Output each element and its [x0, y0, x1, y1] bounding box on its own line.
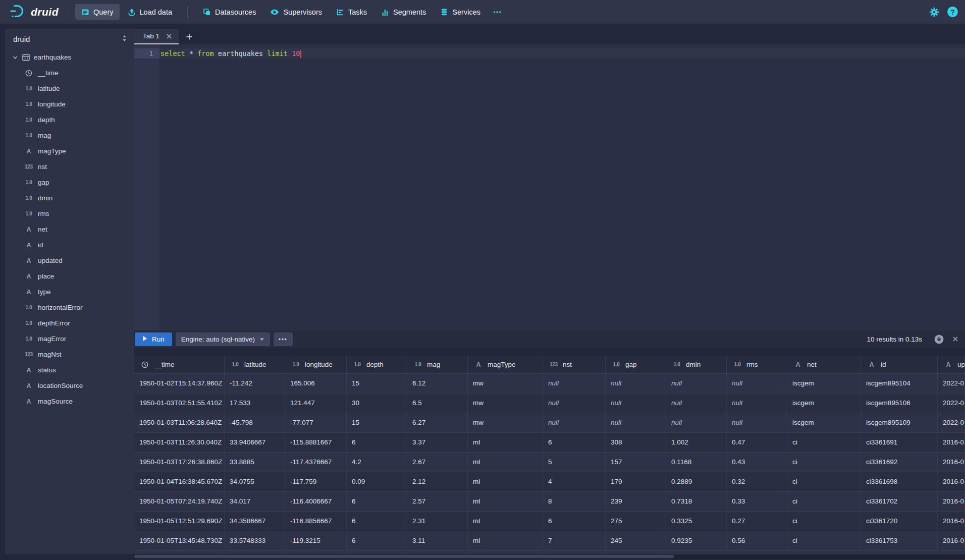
tree-item-magtype[interactable]: AmagType — [5, 143, 134, 159]
table-cell[interactable]: 7 — [543, 531, 606, 550]
table-cell[interactable]: 2.57 — [407, 492, 468, 511]
table-cell[interactable]: 1950-01-03T17:26:38.860Z — [134, 453, 225, 472]
tree-item--time[interactable]: __time — [5, 65, 134, 81]
table-cell[interactable]: 6 — [543, 512, 606, 531]
table-cell[interactable]: null — [727, 394, 787, 413]
table-cell[interactable]: iscgem — [787, 374, 861, 393]
table-cell[interactable]: 3.37 — [407, 433, 468, 452]
nav-item-query[interactable]: Query — [75, 4, 120, 20]
tree-item-locationsource[interactable]: AlocationSource — [5, 378, 134, 394]
table-cell[interactable]: ci3361698 — [861, 472, 938, 491]
tree-item-net[interactable]: Anet — [5, 221, 134, 237]
double-caret-vertical-icon[interactable] — [122, 35, 127, 43]
table-cell[interactable]: 4.2 — [347, 453, 407, 472]
nav-item-segments[interactable]: Segments — [375, 4, 432, 20]
table-cell[interactable]: ml — [468, 512, 543, 531]
tree-item-gap[interactable]: 1.0gap — [5, 175, 134, 190]
table-cell[interactable]: -45.798 — [225, 413, 285, 432]
table-cell[interactable]: 34.3586667 — [225, 512, 285, 531]
table-cell[interactable]: 275 — [606, 512, 666, 531]
table-cell[interactable]: 1950-01-02T15:14:37.960Z — [134, 374, 225, 393]
column-header-id[interactable]: Aid — [861, 356, 938, 373]
tree-item-longitude[interactable]: 1.0longitude — [5, 96, 134, 112]
table-cell[interactable]: 1950-01-03T11:26:30.040Z — [134, 433, 225, 452]
table-cell[interactable]: iscgem895106 — [861, 394, 938, 413]
table-cell[interactable]: 1950-01-04T16:38:45.670Z — [134, 472, 225, 491]
nav-item-tasks[interactable]: Tasks — [330, 4, 373, 20]
table-cell[interactable]: 8 — [543, 492, 606, 511]
table-cell[interactable]: 15 — [347, 413, 407, 432]
tree-item-latitude[interactable]: 1.0latitude — [5, 81, 134, 96]
table-cell[interactable]: 17.533 — [225, 394, 285, 413]
table-cell[interactable]: 2016-0 — [938, 512, 965, 531]
table-cell[interactable]: 5 — [543, 453, 606, 472]
table-cell[interactable]: 6 — [347, 433, 407, 452]
column-header-depth[interactable]: 1.0depth — [347, 356, 407, 373]
table-cell[interactable]: -115.8881667 — [285, 433, 347, 452]
sql-code-line[interactable]: select * from earthquakes limit 10 — [160, 48, 301, 59]
table-cell[interactable]: ml — [468, 472, 543, 491]
table-cell[interactable]: 0.56 — [727, 531, 787, 550]
table-cell[interactable]: 2022-0 — [938, 374, 965, 393]
table-cell[interactable]: 179 — [606, 472, 666, 491]
table-cell[interactable]: -77.077 — [285, 413, 347, 432]
table-cell[interactable]: null — [666, 374, 727, 393]
column-header-latitude[interactable]: 1.0latitude — [225, 356, 285, 373]
tree-item-earthquakes[interactable]: earthquakes — [5, 49, 134, 65]
table-cell[interactable]: 33.5748333 — [225, 531, 285, 550]
table-cell[interactable]: null — [606, 394, 666, 413]
table-cell[interactable]: 0.27 — [727, 512, 787, 531]
nav-item-supervisors[interactable]: Supervisors — [264, 4, 328, 20]
table-cell[interactable]: 0.3325 — [666, 512, 727, 531]
table-cell[interactable]: null — [606, 374, 666, 393]
table-cell[interactable]: 2016-0 — [938, 453, 965, 472]
table-cell[interactable]: 0.7318 — [666, 492, 727, 511]
table-cell[interactable]: ml — [468, 433, 543, 452]
table-cell[interactable]: 1950-01-05T13:45:48.730Z — [134, 531, 225, 550]
column-header-longitude[interactable]: 1.0longitude — [285, 356, 347, 373]
table-cell[interactable]: 2022-0 — [938, 394, 965, 413]
new-tab-button[interactable] — [179, 29, 200, 44]
table-cell[interactable]: 1950-01-03T02:51:55.410Z — [134, 394, 225, 413]
table-cell[interactable]: 308 — [606, 433, 666, 452]
table-cell[interactable]: iscgem895109 — [861, 413, 938, 432]
tree-item-place[interactable]: Aplace — [5, 268, 134, 284]
nav-item-datasources[interactable]: Datasources — [197, 4, 262, 20]
table-cell[interactable]: 157 — [606, 453, 666, 472]
table-cell[interactable]: null — [543, 394, 606, 413]
tree-item-nst[interactable]: 123nst — [5, 159, 134, 175]
table-cell[interactable]: 6.27 — [407, 413, 468, 432]
table-cell[interactable]: null — [666, 394, 727, 413]
table-cell[interactable]: mw — [468, 413, 543, 432]
tree-item-updated[interactable]: Aupdated — [5, 253, 134, 268]
table-cell[interactable]: null — [543, 374, 606, 393]
help-icon[interactable]: ? — [947, 7, 958, 17]
nav-more-button[interactable] — [487, 4, 508, 20]
table-cell[interactable]: -117.759 — [285, 472, 347, 491]
table-cell[interactable]: 121.447 — [285, 394, 347, 413]
table-cell[interactable]: null — [727, 413, 787, 432]
table-cell[interactable]: ci3361720 — [861, 512, 938, 531]
table-cell[interactable]: 0.9235 — [666, 531, 727, 550]
column-header-dmin[interactable]: 1.0dmin — [666, 356, 727, 373]
tree-item-dmin[interactable]: 1.0dmin — [5, 190, 134, 206]
tree-item-mag[interactable]: 1.0mag — [5, 128, 134, 143]
table-cell[interactable]: 165.006 — [285, 374, 347, 393]
tree-item-depth[interactable]: 1.0depth — [5, 112, 134, 128]
column-header--time[interactable]: __time — [134, 356, 225, 373]
table-cell[interactable]: iscgem895104 — [861, 374, 938, 393]
tree-item-magnst[interactable]: 123magNst — [5, 347, 134, 362]
table-cell[interactable]: 1.002 — [666, 433, 727, 452]
schema-selector[interactable]: druid — [5, 29, 134, 49]
table-cell[interactable]: ci — [787, 512, 861, 531]
table-cell[interactable]: ml — [468, 492, 543, 511]
column-header-upd[interactable]: Aupd — [938, 356, 965, 373]
table-cell[interactable]: 0.43 — [727, 453, 787, 472]
druid-brand[interactable]: druid — [7, 4, 61, 21]
table-cell[interactable]: 0.33 — [727, 492, 787, 511]
table-cell[interactable]: iscgem — [787, 413, 861, 432]
table-cell[interactable]: 33.9406667 — [225, 433, 285, 452]
table-cell[interactable]: mw — [468, 374, 543, 393]
tree-item-type[interactable]: Atype — [5, 284, 134, 300]
table-cell[interactable]: null — [727, 374, 787, 393]
